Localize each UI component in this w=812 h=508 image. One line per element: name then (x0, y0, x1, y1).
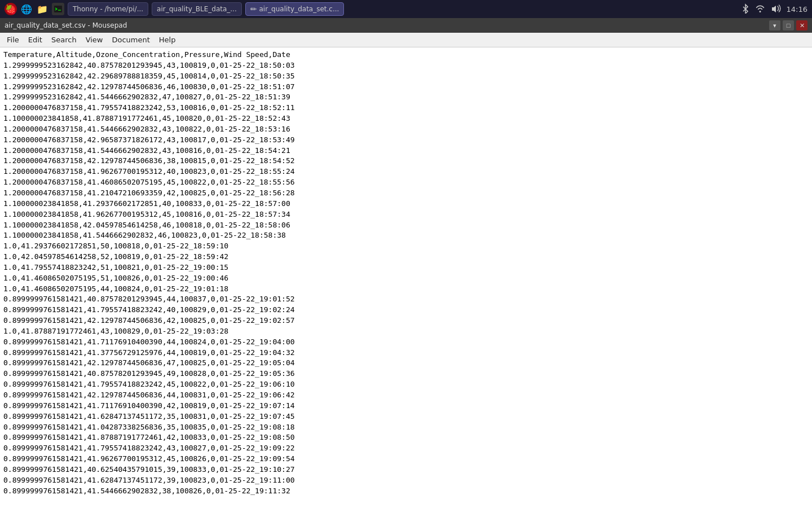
clock: 14:16 (787, 5, 807, 14)
maximize-button[interactable]: □ (783, 20, 794, 30)
taskbar: 🍓 🌐 📁 Thonny - /home/pi/... air_quality_… (0, 0, 812, 18)
menu-search[interactable]: Search (47, 34, 81, 45)
filemanager2-taskbar-btn[interactable]: air_quality_BLE_data_... (152, 2, 242, 16)
mousepad-taskbar-btn[interactable]: ✏️ air_quality_data_set.c... (245, 2, 345, 16)
menu-file[interactable]: File (2, 34, 24, 45)
filemanager2-label: air_quality_BLE_data_... (157, 5, 237, 13)
title-bar-controls: ▾ □ ✕ (769, 20, 807, 30)
menu-document[interactable]: Document (107, 34, 154, 45)
thonny-label: Thonny - /home/pi/... (73, 5, 143, 13)
minimize-button[interactable]: ▾ (769, 20, 780, 30)
terminal-button[interactable] (52, 3, 64, 15)
wifi-icon[interactable] (755, 5, 765, 14)
mousepad-label: air_quality_data_set.c... (259, 5, 339, 13)
menu-edit[interactable]: Edit (24, 34, 47, 45)
window-title: air_quality_data_set.csv - Mousepad (5, 21, 127, 29)
browser-button[interactable]: 🌐 (20, 3, 33, 15)
menu-help[interactable]: Help (155, 34, 180, 45)
menu-view[interactable]: View (81, 34, 108, 45)
file-content[interactable]: Temperature,Altitude,Ozone_Concentration… (0, 47, 812, 508)
title-bar: air_quality_data_set.csv - Mousepad ▾ □ … (0, 18, 812, 33)
close-button[interactable]: ✕ (796, 20, 807, 30)
file-manager-button[interactable]: 📁 (36, 3, 48, 15)
mousepad-window: air_quality_data_set.csv - Mousepad ▾ □ … (0, 18, 812, 508)
svg-rect-0 (54, 6, 62, 12)
bluetooth-icon[interactable] (742, 3, 749, 15)
system-tray: 14:16 (742, 3, 807, 15)
rpi-menu-button[interactable]: 🍓 (5, 3, 17, 15)
thonny-taskbar-btn[interactable]: Thonny - /home/pi/... (68, 2, 148, 16)
menu-bar: File Edit Search View Document Help (0, 33, 812, 47)
volume-icon[interactable] (771, 5, 781, 14)
